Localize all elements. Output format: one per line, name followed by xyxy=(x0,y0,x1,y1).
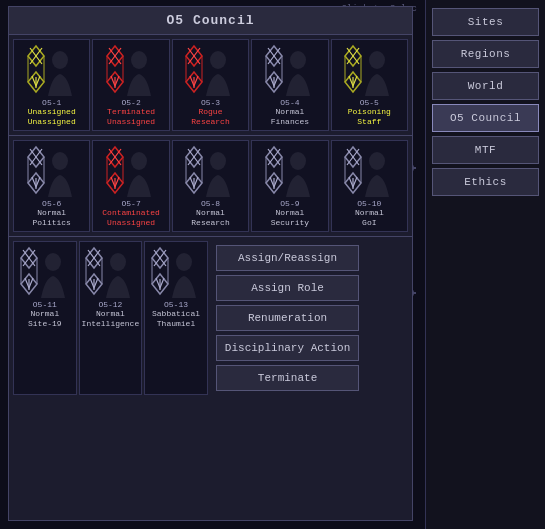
svg-point-64 xyxy=(290,152,306,170)
svg-point-8 xyxy=(131,51,147,69)
agent-card-o5-6[interactable]: O5-6NormalPolitics xyxy=(13,140,90,232)
agent-id-o5-12: O5-12 xyxy=(98,300,122,309)
agent-status-o5-13: SabbaticalThaumiel xyxy=(152,309,200,328)
agent-card-o5-3[interactable]: O5-3RogueResearch xyxy=(172,39,249,131)
action-btn-disciplinary[interactable]: Disciplinary Action xyxy=(216,335,359,361)
bottom-section: O5-11NormalSite-19 O5-12NormalIntelligen… xyxy=(9,237,412,399)
nav-btn-ethics[interactable]: Ethics xyxy=(432,168,539,196)
action-btn-renumeration[interactable]: Renumeration xyxy=(216,305,359,331)
agent-status-o5-10: NormalGoI xyxy=(355,208,384,227)
svg-point-0 xyxy=(52,51,68,69)
agent-card-o5-11[interactable]: O5-11NormalSite-19 xyxy=(13,241,77,395)
action-panel: Assign/ReassignAssign RoleRenumerationDi… xyxy=(212,241,363,395)
agent-id-o5-3: O5-3 xyxy=(201,98,220,107)
agent-icon-o5-10 xyxy=(343,145,395,197)
svg-point-56 xyxy=(210,152,226,170)
panel-title: O5 Council xyxy=(9,7,412,35)
agent-card-o5-2[interactable]: O5-2TerminatedUnassigned xyxy=(92,39,169,131)
agent-icon-o5-9 xyxy=(264,145,316,197)
nav-btn-world[interactable]: World xyxy=(432,72,539,100)
agent-id-o5-4: O5-4 xyxy=(280,98,299,107)
agent-icon-o5-13 xyxy=(150,246,202,298)
nav-btn-mtf[interactable]: MTF xyxy=(432,136,539,164)
agent-card-o5-1[interactable]: O5-1UnassignedUnassigned xyxy=(13,39,90,131)
agent-id-o5-9: O5-9 xyxy=(280,199,299,208)
agent-card-o5-9[interactable]: O5-9NormalSecurity xyxy=(251,140,328,232)
agent-grid-row3: O5-11NormalSite-19 O5-12NormalIntelligen… xyxy=(13,241,208,395)
action-btn-terminate[interactable]: Terminate xyxy=(216,365,359,391)
agent-icon-o5-5 xyxy=(343,44,395,96)
agent-icon-o5-6 xyxy=(26,145,78,197)
agent-id-o5-7: O5-7 xyxy=(121,199,140,208)
agent-status-o5-1: UnassignedUnassigned xyxy=(28,107,76,126)
agent-status-o5-11: NormalSite-19 xyxy=(28,309,62,328)
agent-status-o5-12: NormalIntelligence xyxy=(82,309,140,328)
svg-point-32 xyxy=(369,51,385,69)
svg-point-40 xyxy=(52,152,68,170)
agent-grid-row2: O5-6NormalPolitics O5-7ContaminatedUnass… xyxy=(9,136,412,237)
agent-id-o5-10: O5-10 xyxy=(357,199,381,208)
agent-grid-row1: O5-1UnassignedUnassigned O5-2TerminatedU… xyxy=(9,35,412,136)
nav-btn-sites[interactable]: Sites xyxy=(432,8,539,36)
agent-icon-o5-1 xyxy=(26,44,78,96)
svg-point-24 xyxy=(290,51,306,69)
nav-btn-regions[interactable]: Regions xyxy=(432,40,539,68)
agent-card-o5-13[interactable]: O5-13SabbaticalThaumiel xyxy=(144,241,208,395)
agent-status-o5-5: PoisoningStaff xyxy=(348,107,391,126)
agent-id-o5-2: O5-2 xyxy=(121,98,140,107)
agent-id-o5-13: O5-13 xyxy=(164,300,188,309)
svg-point-88 xyxy=(110,253,126,271)
svg-point-16 xyxy=(210,51,226,69)
agent-status-o5-9: NormalSecurity xyxy=(271,208,309,227)
agent-icon-o5-11 xyxy=(19,246,71,298)
agent-icon-o5-7 xyxy=(105,145,157,197)
agent-icon-o5-8 xyxy=(184,145,236,197)
agent-id-o5-6: O5-6 xyxy=(42,199,61,208)
agent-card-o5-5[interactable]: O5-5PoisoningStaff xyxy=(331,39,408,131)
agent-icon-o5-12 xyxy=(84,246,136,298)
agent-status-o5-6: NormalPolitics xyxy=(32,208,70,227)
svg-point-48 xyxy=(131,152,147,170)
main-panel: O5 Council O5-1UnassignedUnassigned xyxy=(8,6,413,521)
svg-point-80 xyxy=(45,253,61,271)
agent-icon-o5-3 xyxy=(184,44,236,96)
nav-btn-o5-council[interactable]: O5 Council xyxy=(432,104,539,132)
agent-status-o5-2: TerminatedUnassigned xyxy=(107,107,155,126)
agent-card-o5-7[interactable]: O5-7ContaminatedUnassigned xyxy=(92,140,169,232)
action-btn-assign-reassign[interactable]: Assign/Reassign xyxy=(216,245,359,271)
action-btn-assign-role[interactable]: Assign Role xyxy=(216,275,359,301)
agent-status-o5-8: NormalResearch xyxy=(191,208,229,227)
agent-card-o5-12[interactable]: O5-12NormalIntelligence xyxy=(79,241,143,395)
agent-id-o5-5: O5-5 xyxy=(360,98,379,107)
agent-icon-o5-4 xyxy=(264,44,316,96)
agent-status-o5-3: RogueResearch xyxy=(191,107,229,126)
svg-point-96 xyxy=(176,253,192,271)
agent-card-o5-10[interactable]: O5-10NormalGoI xyxy=(331,140,408,232)
agent-id-o5-11: O5-11 xyxy=(33,300,57,309)
agent-card-o5-8[interactable]: O5-8NormalResearch xyxy=(172,140,249,232)
nav-panel: SitesRegionsWorldO5 CouncilMTFEthics xyxy=(425,0,545,529)
svg-point-72 xyxy=(369,152,385,170)
agent-id-o5-1: O5-1 xyxy=(42,98,61,107)
agent-icon-o5-2 xyxy=(105,44,157,96)
agent-status-o5-7: ContaminatedUnassigned xyxy=(102,208,160,227)
agent-id-o5-8: O5-8 xyxy=(201,199,220,208)
agent-status-o5-4: NormalFinances xyxy=(271,107,309,126)
agent-card-o5-4[interactable]: O5-4NormalFinances xyxy=(251,39,328,131)
